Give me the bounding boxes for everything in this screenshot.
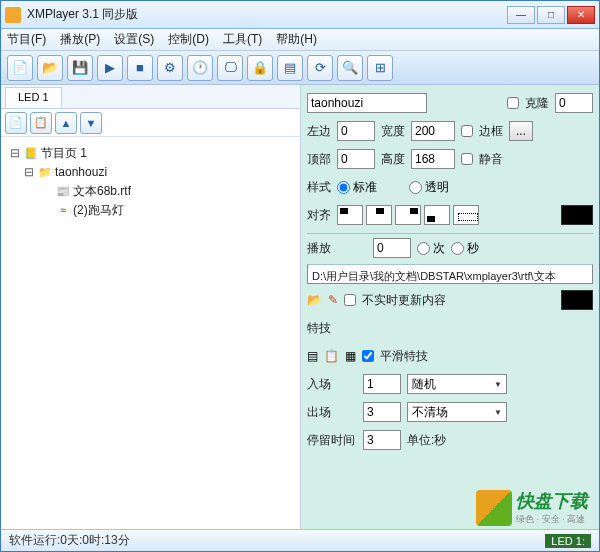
enter-select[interactable]: 随机▼ (407, 374, 507, 394)
new-icon[interactable]: 📄 (7, 55, 33, 81)
play-icon[interactable]: ▶ (97, 55, 123, 81)
menu-control[interactable]: 控制(D) (168, 31, 209, 48)
effect-icon-3[interactable]: ▦ (345, 349, 356, 363)
tree-toolbar: 📄 📋 ▲ ▼ (1, 109, 300, 137)
maximize-button[interactable]: □ (537, 6, 565, 24)
mute-label: 静音 (479, 151, 503, 168)
play-field[interactable] (373, 238, 411, 258)
close-button[interactable]: ✕ (567, 6, 595, 24)
enter-label: 入场 (307, 376, 357, 393)
properties-pane: 克隆 左边 宽度 边框 ... 顶部 高度 静音 样式 (301, 85, 599, 529)
statusbar: 软件运行:0天:0时:13分 LED 1: (1, 529, 599, 551)
effect-icon-1[interactable]: ▤ (307, 349, 318, 363)
stay-field[interactable] (363, 430, 401, 450)
tree-new-icon[interactable]: 📄 (5, 112, 27, 134)
open-icon[interactable]: 📂 (37, 55, 63, 81)
stop-icon[interactable]: ■ (127, 55, 153, 81)
exit-select[interactable]: 不清场▼ (407, 402, 507, 422)
tree-view[interactable]: ⊟📒节目页 1 ⊟📁taonhouzi 📰文本68b.rtf ≈(2)跑马灯 (1, 137, 300, 529)
tree-leaf-2[interactable]: (2)跑马灯 (73, 202, 124, 219)
border-checkbox[interactable] (461, 125, 473, 137)
effects-label: 特技 (307, 320, 331, 337)
app-icon (5, 7, 21, 23)
titlebar: XMPlayer 3.1 同步版 — □ ✕ (1, 1, 599, 29)
clock-icon[interactable]: 🕐 (187, 55, 213, 81)
menu-tools[interactable]: 工具(T) (223, 31, 262, 48)
save-icon[interactable]: 💾 (67, 55, 93, 81)
menu-settings[interactable]: 设置(S) (114, 31, 154, 48)
align-full-button[interactable] (453, 205, 479, 225)
minimize-button[interactable]: — (507, 6, 535, 24)
mute-checkbox[interactable] (461, 153, 473, 165)
align-tr-button[interactable] (395, 205, 421, 225)
left-label: 左边 (307, 123, 331, 140)
tree-root[interactable]: 节目页 1 (41, 145, 87, 162)
folder-icon[interactable]: 📂 (307, 293, 322, 307)
height-field[interactable] (411, 149, 455, 169)
runtime-text: 软件运行:0天:0时:13分 (9, 532, 130, 549)
smooth-label: 平滑特技 (380, 348, 428, 365)
clone-checkbox[interactable] (507, 97, 519, 109)
border-label: 边框 (479, 123, 503, 140)
play-label: 播放 (307, 240, 331, 257)
tree-leaf-1[interactable]: 文本68b.rtf (73, 183, 131, 200)
style-transparent-radio[interactable] (409, 181, 422, 194)
height-label: 高度 (381, 151, 405, 168)
align-bl-button[interactable] (424, 205, 450, 225)
search-icon[interactable]: 🔍 (337, 55, 363, 81)
file-path: D:\用户目录\我的文档\DBSTAR\xmplayer3\rtf\文本 (307, 264, 593, 284)
grid-icon[interactable]: ⊞ (367, 55, 393, 81)
tree-node-1[interactable]: taonhouzi (55, 165, 107, 179)
border-more-button[interactable]: ... (509, 121, 533, 141)
name-field[interactable] (307, 93, 427, 113)
lock-icon[interactable]: 🔒 (247, 55, 273, 81)
color-swatch-2[interactable] (561, 290, 593, 310)
align-tc-button[interactable] (366, 205, 392, 225)
clone-label: 克隆 (525, 95, 549, 112)
enter-field[interactable] (363, 374, 401, 394)
smooth-checkbox[interactable] (362, 350, 374, 362)
width-field[interactable] (411, 121, 455, 141)
play-times-radio[interactable] (417, 242, 430, 255)
top-label: 顶部 (307, 151, 331, 168)
menu-help[interactable]: 帮助(H) (276, 31, 317, 48)
left-field[interactable] (337, 121, 375, 141)
refresh-icon[interactable]: ⟳ (307, 55, 333, 81)
menu-program[interactable]: 节目(F) (7, 31, 46, 48)
menu-play[interactable]: 播放(P) (60, 31, 100, 48)
window-title: XMPlayer 3.1 同步版 (27, 6, 507, 23)
tree-copy-icon[interactable]: 📋 (30, 112, 52, 134)
style-standard-radio[interactable] (337, 181, 350, 194)
unit-label: 单位:秒 (407, 432, 446, 449)
tab-led1[interactable]: LED 1 (5, 87, 62, 108)
left-pane: LED 1 📄 📋 ▲ ▼ ⊟📒节目页 1 ⊟📁taonhouzi 📰文本68b… (1, 85, 301, 529)
align-label: 对齐 (307, 207, 331, 224)
realtime-checkbox[interactable] (344, 294, 356, 306)
exit-label: 出场 (307, 404, 357, 421)
toolbar: 📄 📂 💾 ▶ ■ ⚙ 🕐 🖵 🔒 ▤ ⟳ 🔍 ⊞ (1, 51, 599, 85)
list-icon[interactable]: ▤ (277, 55, 303, 81)
color-swatch[interactable] (561, 205, 593, 225)
tree-up-icon[interactable]: ▲ (55, 112, 77, 134)
realtime-label: 不实时更新内容 (362, 292, 446, 309)
effect-icon-2[interactable]: 📋 (324, 349, 339, 363)
style-label: 样式 (307, 179, 331, 196)
stay-label: 停留时间 (307, 432, 357, 449)
align-tl-button[interactable] (337, 205, 363, 225)
top-field[interactable] (337, 149, 375, 169)
play-secs-radio[interactable] (451, 242, 464, 255)
exit-field[interactable] (363, 402, 401, 422)
clone-value[interactable] (555, 93, 593, 113)
screen-icon[interactable]: 🖵 (217, 55, 243, 81)
gear-icon[interactable]: ⚙ (157, 55, 183, 81)
tree-down-icon[interactable]: ▼ (80, 112, 102, 134)
led-status: LED 1: (545, 534, 591, 548)
width-label: 宽度 (381, 123, 405, 140)
menubar: 节目(F) 播放(P) 设置(S) 控制(D) 工具(T) 帮助(H) (1, 29, 599, 51)
tabs: LED 1 (1, 85, 300, 109)
edit-icon[interactable]: ✎ (328, 293, 338, 307)
